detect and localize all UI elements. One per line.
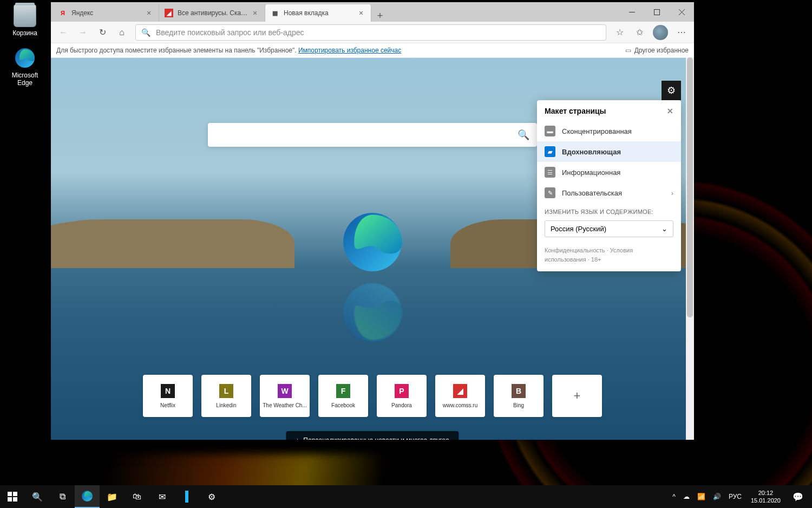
tile-label: www.comss.ru — [437, 402, 483, 408]
close-tab-icon[interactable]: × — [251, 9, 259, 17]
tab-strip: Я Яндекс × ◢ Все антивирусы. Скачать бес… — [51, 2, 619, 22]
address-bar[interactable]: 🔍 Введите поисковый запрос или веб-адрес — [135, 24, 606, 41]
custom-layout-icon: ✎ — [545, 187, 555, 198]
search-icon: 🔍 — [141, 28, 150, 37]
other-favorites-button[interactable]: ▭ Другое избранное — [625, 47, 689, 54]
tray-expand-icon[interactable]: ^ — [669, 485, 679, 508]
tray-network-icon[interactable]: 📶 — [693, 485, 709, 508]
back-button[interactable]: ← — [54, 23, 73, 42]
edge-desktop-icon[interactable]: Microsoft Edge — [4, 47, 45, 87]
import-favorites-link[interactable]: Импортировать избранное сейчас — [298, 47, 401, 54]
edge-browser-window: Я Яндекс × ◢ Все антивирусы. Скачать бес… — [51, 2, 694, 440]
tile-icon: W — [278, 384, 292, 398]
svg-rect-10 — [13, 497, 17, 502]
taskbar-explorer[interactable]: 📁 — [100, 485, 125, 508]
age-label: 18+ — [591, 256, 601, 263]
taskbar-settings[interactable]: ⚙ — [199, 485, 224, 508]
tray-language[interactable]: РУС — [725, 485, 745, 508]
favorite-star-button[interactable]: ☆ — [611, 23, 629, 42]
favorites-hub-button[interactable]: ✩ — [630, 23, 649, 42]
refresh-button[interactable]: ↻ — [93, 23, 112, 42]
close-tab-icon[interactable]: × — [357, 9, 365, 17]
edge-desktop-label: Microsoft Edge — [4, 71, 45, 87]
start-button[interactable] — [0, 485, 25, 508]
browser-toolbar: ← → ↻ ⌂ 🔍 Введите поисковый запрос или в… — [51, 22, 694, 43]
taskbar-mail[interactable]: ✉ — [149, 485, 174, 508]
yandex-favicon: Я — [58, 9, 67, 17]
taskbar-edge[interactable] — [75, 485, 100, 508]
close-window-button[interactable] — [669, 2, 694, 22]
tile-icon: F — [336, 384, 350, 398]
taskbar-app1[interactable] — [174, 485, 199, 508]
scrollbar-thumb[interactable] — [687, 57, 693, 317]
folder-icon: ▭ — [625, 47, 631, 54]
edge-logo-reflection — [340, 280, 405, 345]
language-value: Россия (Русский) — [551, 225, 606, 233]
home-button[interactable]: ⌂ — [113, 23, 131, 42]
new-tab-button[interactable]: + — [371, 10, 389, 22]
tile-weather[interactable]: WThe Weather Ch... — [260, 375, 310, 417]
popup-close-icon[interactable]: ✕ — [667, 107, 673, 115]
task-view-button[interactable]: ⧉ — [50, 485, 75, 508]
window-controls — [619, 2, 694, 22]
tile-label: Netflix — [145, 402, 191, 408]
page-layout-popup: Макет страницы ✕ ▬ Сконцентрированная ▰ … — [537, 100, 681, 271]
tab-yandex[interactable]: Я Яндекс × — [53, 4, 159, 22]
tab-label: Яндекс — [71, 9, 145, 17]
forward-button[interactable]: → — [74, 23, 92, 42]
layout-option-custom[interactable]: ✎ Пользовательская › — [537, 183, 681, 203]
layout-option-inspirational[interactable]: ▰ Вдохновляющая — [537, 141, 681, 162]
option-label: Сконцентрированная — [562, 127, 632, 135]
tile-label: Pandora — [378, 402, 425, 408]
tile-pandora[interactable]: PPandora — [377, 375, 427, 417]
taskbar-search-button[interactable]: 🔍 — [25, 485, 50, 508]
tile-facebook[interactable]: FFacebook — [318, 375, 368, 417]
page-settings-button[interactable]: ⚙ — [662, 81, 681, 100]
new-tab-page: 🔍 ⚙ Макет страницы ✕ ▬ Сконцентрированна… — [51, 58, 694, 440]
tile-label: Linkedin — [203, 402, 250, 408]
inspirational-layout-icon: ▰ — [545, 146, 555, 157]
news-banner[interactable]: ↓ Персонализированные новости и многое д… — [286, 431, 459, 440]
clock-time: 20:12 — [751, 489, 781, 497]
tile-label: Bing — [495, 402, 542, 408]
layout-option-focused[interactable]: ▬ Сконцентрированная — [537, 121, 681, 141]
layout-option-informational[interactable]: ☰ Информационная — [537, 162, 681, 183]
tab-newtab[interactable]: ▦ Новая вкладка × — [265, 4, 371, 22]
edge-logo — [340, 210, 405, 275]
ntp-search-box[interactable]: 🔍 — [208, 123, 537, 147]
tile-add[interactable]: + — [552, 375, 602, 417]
tile-netflix[interactable]: NNetflix — [143, 375, 193, 417]
comss-favicon: ◢ — [165, 9, 173, 17]
language-select[interactable]: Россия (Русский) ⌄ — [545, 220, 673, 237]
profile-avatar[interactable] — [653, 25, 668, 40]
edge-icon — [14, 47, 36, 69]
menu-button[interactable]: ⋯ — [672, 23, 691, 42]
tile-bing[interactable]: BBing — [494, 375, 543, 417]
action-center-button[interactable]: 💬 — [786, 485, 810, 508]
windows-taskbar: 🔍 ⧉ 📁 🛍 ✉ ⚙ ^ ☁ 📶 🔊 РУС 20:12 15.01.2020… — [0, 485, 812, 508]
recycle-bin-icon[interactable]: Корзина — [4, 4, 45, 37]
taskbar-store[interactable]: 🛍 — [125, 485, 149, 508]
maximize-button[interactable] — [644, 2, 669, 22]
tray-onedrive-icon[interactable]: ☁ — [679, 485, 693, 508]
minimize-button[interactable] — [619, 2, 644, 22]
tile-label: The Weather Ch... — [261, 402, 308, 408]
tray-clock[interactable]: 20:12 15.01.2020 — [745, 489, 786, 505]
informational-layout-icon: ☰ — [545, 167, 555, 178]
tile-comss[interactable]: ◢www.comss.ru — [435, 375, 485, 417]
tile-linkedin[interactable]: LLinkedin — [201, 375, 251, 417]
popup-title: Макет страницы — [545, 107, 606, 115]
news-banner-label: Персонализированные новости и многое дру… — [303, 437, 449, 440]
close-tab-icon[interactable]: × — [145, 9, 153, 17]
tab-antivirus[interactable]: ◢ Все антивирусы. Скачать бесп… × — [159, 4, 265, 22]
svg-rect-2 — [654, 9, 659, 15]
tile-icon: N — [161, 384, 175, 398]
tile-icon: L — [219, 384, 233, 398]
newtab-favicon: ▦ — [271, 9, 279, 17]
tray-volume-icon[interactable]: 🔊 — [709, 485, 725, 508]
address-placeholder: Введите поисковый запрос или веб-адрес — [156, 28, 304, 37]
arrow-down-icon: ↓ — [296, 437, 299, 440]
vertical-scrollbar[interactable] — [686, 57, 694, 440]
privacy-link[interactable]: Конфиденциальность — [545, 247, 605, 253]
chevron-right-icon: › — [671, 189, 673, 197]
